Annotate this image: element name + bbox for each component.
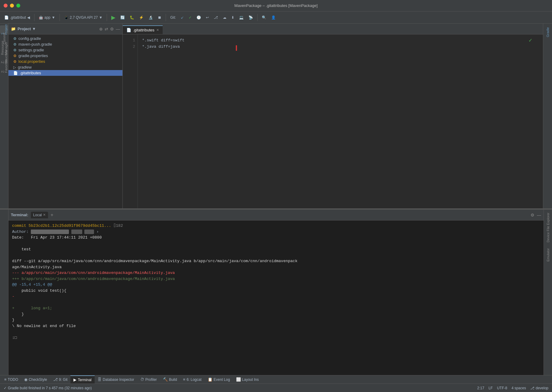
tab-gitattributes[interactable]: 📄 .gitattributes ✕: [123, 25, 163, 34]
settings-toolbar-button[interactable]: 👤: [269, 15, 278, 20]
git-commit-button[interactable]: ✓: [187, 15, 193, 20]
tool-git[interactable]: ⎇ 9: Git: [50, 375, 71, 384]
status-encoding[interactable]: LF: [487, 385, 495, 391]
git-history-button[interactable]: 🕐: [195, 15, 203, 20]
project-minimize-icon[interactable]: —: [116, 27, 120, 31]
right-tab-device-file-explorer[interactable]: Device File Explorer: [545, 210, 551, 245]
terminal-add-button[interactable]: +: [49, 212, 54, 218]
terminal-minimize-button[interactable]: —: [537, 213, 541, 217]
tool-logcat[interactable]: ≡ 6: Logcat: [180, 375, 205, 384]
term-added-line: + long a=1;: [12, 305, 540, 311]
debug-button[interactable]: 🐛: [128, 15, 136, 20]
window-controls: [4, 4, 20, 8]
term-author-line: Author: ░░░░░░░░░░░ ░░ ░░ ›: [12, 229, 540, 235]
sidebar-item-favorites[interactable]: 2: Favorites: [0, 62, 8, 70]
status-position[interactable]: 2:17: [476, 385, 486, 391]
dropdown-icon: ▼: [52, 15, 55, 20]
gradle-file-icon: ⚙: [13, 37, 17, 41]
project-settings-icon[interactable]: ⚙: [110, 27, 114, 31]
git-revert-button[interactable]: ↩: [204, 15, 211, 20]
tree-item-settings-gradle[interactable]: ⚙ settings.gradle: [8, 47, 122, 53]
right-tab-gradle[interactable]: Gradle: [545, 25, 551, 40]
term-hunk-header: @@ -15,4 +15,4 @@: [12, 282, 540, 288]
term-removed-line: -: [12, 294, 540, 300]
terminal-settings-button[interactable]: ⚙: [531, 213, 534, 217]
git-update-button[interactable]: ↙: [179, 15, 186, 20]
terminal-tab-local[interactable]: Local ✕: [31, 212, 48, 218]
project-panel: 📁 Project ▼ ⊕ ⇄ ⚙ — ⚙ config.gradle: [8, 24, 123, 208]
refresh-button[interactable]: 🔄: [119, 15, 127, 20]
terminal-content[interactable]: commit 5b23cd2b1.12c25dd91f9679dd45bc11.…: [8, 220, 544, 375]
exec-file-icon: ▷: [13, 65, 16, 69]
tool-checkstyle[interactable]: ◉ CheckStyle: [21, 375, 50, 384]
code-content[interactable]: *.swift diff=swift *.java diff=java: [138, 34, 543, 208]
bottom-section: Terminal: Local ✕ + ⚙ — commit 5b23cd2b1…: [0, 209, 552, 375]
toolbar: 📄 .gitattribut ◀ 🤖 app ▼ 📱 2.7 QVGA API …: [0, 11, 552, 24]
status-bar: ✓ Gradle build finished in 7 s 457 ms (3…: [0, 384, 552, 392]
toolbar-device2[interactable]: 💻: [237, 15, 245, 20]
gradle-file-icon3: ⚙: [13, 48, 17, 52]
git-icon: ⎇: [53, 377, 58, 382]
stop-button[interactable]: ⏹: [156, 15, 163, 20]
code-line-1: *.swift diff=swift: [142, 37, 539, 44]
editor-tabs: 📄 .gitattributes ✕: [123, 24, 543, 34]
term-plus-path: +++ b/app/src/main/java/com/cnn/androidm…: [12, 276, 540, 282]
tab-close-button[interactable]: ✕: [156, 28, 159, 32]
tool-layout-ins[interactable]: ⬜ Layout Ins: [233, 375, 262, 384]
project-dropdown-icon: ▼: [32, 27, 36, 31]
project-header-icons: ⊕ ⇄ ⚙ —: [99, 27, 120, 31]
git-push-button[interactable]: ☁: [221, 15, 228, 20]
status-indent[interactable]: 4 spaces: [510, 385, 528, 391]
status-branch[interactable]: ⎇ develop: [528, 385, 550, 391]
term-code-3: }: [12, 317, 540, 323]
tool-profiler[interactable]: ⏱ Profiler: [137, 375, 160, 384]
terminal-tab-close[interactable]: ✕: [43, 213, 46, 217]
branch-icon: ⎇: [530, 386, 534, 390]
terminal-tabs: Terminal: Local ✕ + ⚙ —: [8, 210, 544, 220]
status-charset[interactable]: UTF-8: [495, 385, 509, 391]
tool-build[interactable]: 🔨 Build: [160, 375, 180, 384]
tree-item-maven-push-gradle[interactable]: ⚙ maven-push.gradle: [8, 41, 122, 47]
project-icon: 📁: [11, 27, 16, 31]
tree-item-local-properties[interactable]: ⚙ local.properties: [8, 59, 122, 64]
term-test-line: test: [12, 246, 540, 252]
line-num-2: 2: [125, 44, 135, 50]
toolbar-device[interactable]: 📱 2.7 QVGA API 27 ▼: [62, 15, 105, 20]
tool-database-inspector[interactable]: 🗄 Database Inspector: [95, 375, 137, 384]
close-button[interactable]: [4, 4, 8, 8]
right-sidebar: Gradle: [543, 24, 552, 208]
tool-terminal[interactable]: ▶ Terminal: [70, 375, 94, 384]
right-tab-emulator[interactable]: Emulator: [545, 245, 551, 265]
term-empty-3: [12, 300, 540, 306]
project-title: Project ▼: [18, 27, 36, 31]
build-icon: 🔨: [163, 377, 168, 382]
window-title: MavenPackage – .gitattributes [MavenPack…: [234, 3, 317, 8]
profile-button[interactable]: ⚡: [137, 15, 145, 20]
terminal-area: Terminal: Local ✕ + ⚙ — commit 5b23cd2b1…: [8, 210, 544, 375]
tool-todo[interactable]: ≡ TODO: [1, 375, 21, 384]
toolbar-project-name[interactable]: 📄 .gitattribut ◀: [2, 15, 32, 20]
tree-item-gitattributes[interactable]: 📄 .gitattributes: [8, 70, 122, 76]
git-fetch-button[interactable]: ⬇: [229, 15, 236, 20]
maximize-button[interactable]: [16, 4, 20, 8]
tree-item-config-gradle[interactable]: ⚙ config.gradle: [8, 36, 122, 41]
tree-item-gradle-properties[interactable]: ⚙ gradle.properties: [8, 53, 122, 59]
file-icon: 📄: [4, 15, 9, 20]
minimize-button[interactable]: [10, 4, 14, 8]
toolbar-git-label: Git:: [168, 15, 178, 20]
project-add-icon[interactable]: ⊕: [99, 27, 103, 31]
git-branch-button[interactable]: ⎇: [212, 15, 220, 20]
toolbar-sep-4: [166, 14, 166, 21]
tool-event-log[interactable]: 📋 Event Log: [205, 375, 233, 384]
project-sync-icon[interactable]: ⇄: [105, 27, 108, 31]
tree-item-gradlew[interactable]: ▷ gradlew: [8, 64, 122, 70]
coverage-button[interactable]: 🔬: [147, 15, 155, 20]
sidebar-item-project[interactable]: 1: Project: [0, 25, 8, 34]
status-build-message[interactable]: ✓ Gradle build finished in 7 s 457 ms (3…: [2, 385, 93, 391]
toolbar-app-config[interactable]: 🤖 app ▼: [37, 15, 57, 20]
toolbar-share[interactable]: 📡: [247, 15, 255, 20]
git-file-icon: 📄: [13, 71, 18, 75]
search-everywhere-button[interactable]: 🔍: [260, 15, 268, 20]
props-file-icon: ⚙: [13, 54, 17, 58]
run-button[interactable]: ▶: [109, 14, 117, 21]
